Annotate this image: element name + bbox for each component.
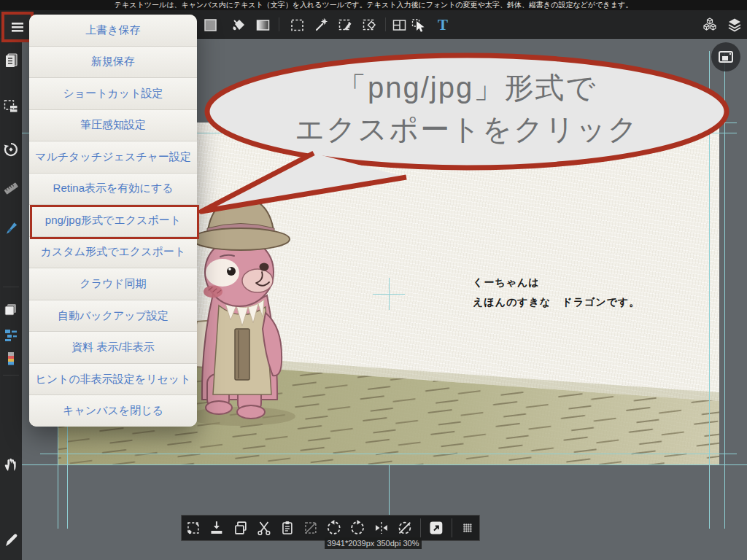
story-line-2: えほんのすきな ドラゴンです。 — [473, 292, 640, 312]
canvas-center-cross-horizontal — [373, 294, 405, 295]
color-swatch-icon — [202, 17, 218, 33]
duplicate-button[interactable] — [232, 519, 249, 537]
rotate-ccw-button[interactable] — [325, 519, 343, 537]
import-button[interactable] — [208, 519, 225, 537]
select-rect-button[interactable] — [287, 15, 306, 34]
drag-dots-handle[interactable] — [459, 519, 476, 537]
paint-bucket-icon — [231, 17, 247, 33]
ruler-icon — [2, 179, 20, 197]
paste-button[interactable] — [279, 519, 296, 537]
pen-tool-button[interactable] — [2, 531, 20, 548]
text-tool-icon: T — [438, 15, 448, 34]
guide-horizontal-bottom-edge — [22, 464, 747, 465]
hand-icon — [2, 456, 20, 473]
brush-button[interactable] — [2, 220, 20, 238]
gradient-button[interactable] — [253, 15, 272, 34]
menu-item-cloud-sync[interactable]: クラウド同期 — [29, 268, 197, 300]
select-layer-button[interactable] — [2, 98, 20, 115]
sidebar-divider — [3, 287, 19, 287]
menu-item-export-custom[interactable]: カスタム形式でエクスポート — [29, 237, 197, 269]
gradient-icon — [255, 17, 271, 33]
callout-line-2: エクスポートをクリック — [248, 109, 686, 150]
left-toolbar — [0, 38, 22, 560]
menu-item-pen-pressure-settings[interactable]: 筆圧感知設定 — [29, 110, 197, 142]
ruler-button[interactable] — [2, 179, 20, 197]
magic-wand-button[interactable] — [311, 15, 330, 34]
rotate-reset-icon — [2, 141, 20, 158]
transform-button[interactable] — [185, 519, 202, 537]
callout-text: 「png/jpg」形式で エクスポートをクリック — [248, 67, 686, 150]
copy-icon — [2, 301, 20, 319]
rotate-off-button[interactable] — [396, 519, 414, 537]
menu-item-auto-backup-settings[interactable]: 自動バックアップ設定 — [29, 300, 197, 332]
color-bar-button[interactable] — [2, 350, 20, 368]
select-rect-icon — [289, 17, 305, 33]
bottom-toolbar-separator — [452, 518, 452, 537]
brush-icon — [2, 220, 20, 238]
hamburger-icon — [9, 19, 26, 35]
menu-item-save-overwrite[interactable]: 上書き保存 — [29, 15, 197, 47]
paint-bucket-button[interactable] — [229, 15, 248, 34]
select-layer-icon — [2, 98, 20, 115]
bottom-toolbar-separator — [420, 518, 421, 537]
guide-horizontal-bottom-inner — [40, 454, 737, 454]
copy-button[interactable] — [2, 301, 20, 319]
material-cubes-icon — [702, 17, 718, 33]
menu-item-retina-display[interactable]: Retina表示を有効にする — [29, 174, 197, 206]
tool-hint-bar: テキストツールは、キャンバス内にテキスト（文字）を入れるツールです。テキスト入力… — [0, 0, 747, 10]
callout-line-1: 「png/jpg」形式で — [248, 67, 686, 109]
rotate-cw-button[interactable] — [349, 519, 366, 537]
select-eraser-icon — [361, 17, 377, 33]
layer-list-button[interactable] — [2, 327, 20, 344]
select-pen-icon — [337, 17, 353, 33]
menu-item-close-canvas[interactable]: キャンバスを閉じる — [29, 395, 197, 427]
cut-button[interactable] — [255, 519, 273, 537]
magic-wand-icon — [313, 17, 329, 33]
canvas-status-bar: 3941*2039px 350dpi 30% — [325, 537, 422, 549]
text-tool-button[interactable]: T — [433, 15, 452, 34]
app-root: くーちゃんは えほんのすきな ドラゴンです。 テキストツールは、キャンバス内にテ… — [0, 0, 747, 560]
main-menu: 上書き保存 新規保存 ショートカット設定 筆圧感知設定 マルチタッチジェスチャー… — [29, 15, 197, 427]
color-bar-icon — [2, 350, 20, 368]
story-line-1: くーちゃんは — [473, 273, 640, 292]
menu-item-export-png-jpg[interactable]: png/jpg形式でエクスポート — [29, 205, 197, 237]
flip-horizontal-button[interactable] — [373, 519, 390, 537]
layers-icon — [727, 17, 743, 33]
menu-item-multitouch-gesture-settings[interactable]: マルチタッチジェスチャー設定 — [29, 141, 197, 174]
panel-material-button[interactable] — [390, 15, 409, 34]
deselect-button[interactable] — [302, 519, 320, 537]
toolbar-separator — [385, 18, 386, 31]
toolbar-separator — [279, 18, 279, 31]
hand-tool-button[interactable] — [2, 456, 20, 473]
select-pen-button[interactable] — [336, 15, 355, 34]
sidebar-divider — [3, 375, 19, 376]
pages-button[interactable] — [2, 52, 20, 69]
pages-icon — [2, 52, 20, 69]
menu-item-shortcut-settings[interactable]: ショートカット設定 — [29, 78, 197, 110]
character-artwork — [182, 184, 423, 476]
pen-icon — [2, 531, 20, 548]
object-select-icon — [410, 17, 426, 33]
menu-item-reset-hints[interactable]: ヒントの非表示設定をリセット — [29, 364, 197, 396]
open-external-button[interactable] — [427, 519, 445, 537]
select-eraser-button[interactable] — [360, 15, 379, 34]
menu-item-reference-toggle[interactable]: 資料 表示/非表示 — [29, 332, 197, 364]
layers-button[interactable] — [725, 15, 744, 34]
panel-material-icon — [391, 17, 407, 33]
object-select-button[interactable] — [409, 15, 427, 34]
color-swatch-button[interactable] — [201, 15, 220, 34]
layer-list-icon — [2, 327, 20, 344]
rotate-reset-button[interactable] — [2, 141, 20, 158]
material-cubes-button[interactable] — [700, 15, 719, 34]
story-text: くーちゃんは えほんのすきな ドラゴンです。 — [473, 273, 640, 312]
menu-item-save-new[interactable]: 新規保存 — [29, 47, 197, 79]
